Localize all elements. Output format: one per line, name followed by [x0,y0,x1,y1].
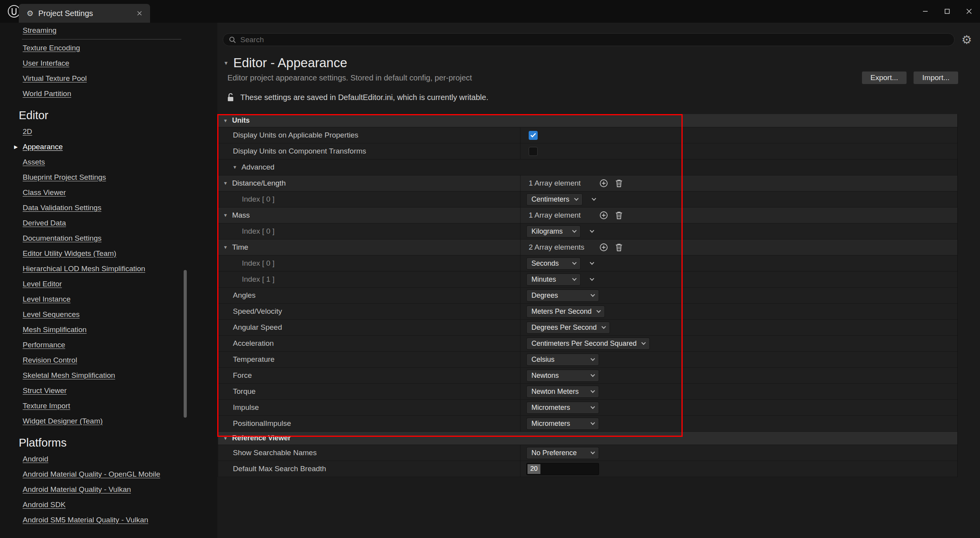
tab-close-icon[interactable] [134,8,145,18]
chevron-down-icon [592,196,596,200]
sidebar-divider [22,39,181,39]
sidebar-item-streaming[interactable]: Streaming [0,23,217,38]
distance-unit-dropdown[interactable]: Centimeters [526,193,583,206]
page-header: ▼ Editor - Appearance [224,55,980,70]
sidebar-item-data-validation-settings[interactable]: Data Validation Settings [0,200,217,215]
setting-row-display-units-properties: Display Units on Applicable Properties [218,127,957,143]
settings-sidebar: Streaming Texture Encoding User Interfac… [0,23,217,538]
search-icon [229,36,236,44]
time-array-header[interactable]: ▼ Time 2 Array elements [218,240,957,256]
time-unit-dropdown[interactable]: Seconds [526,257,581,270]
tab-project-settings[interactable]: ⚙ Project Settings [19,4,150,23]
collapse-triangle-icon[interactable]: ▼ [224,61,229,66]
selected-arrow-icon: ▶ [14,144,18,150]
export-button[interactable]: Export... [862,71,907,84]
header-buttons: Export... Import... [862,71,959,84]
chevron-down-icon [572,276,576,281]
sidebar-item-texture-encoding[interactable]: Texture Encoding [0,40,217,55]
sidebar-item-class-viewer[interactable]: Class Viewer [0,185,217,200]
sidebar-item-android-mq-vulkan[interactable]: Android Material Quality - Vulkan [0,482,217,497]
sidebar-item-blueprint-project-settings[interactable]: Blueprint Project Settings [0,170,217,185]
delete-array-elements-button[interactable] [614,242,624,252]
acceleration-dropdown[interactable]: Centimeters Per Second Squared [526,338,650,350]
distance-length-array-header[interactable]: ▼ Distance/Length 1 Array element [218,175,957,191]
delete-array-elements-button[interactable] [614,178,624,188]
array-element-options-button[interactable] [586,257,598,270]
torque-dropdown[interactable]: Newton Meters [526,386,599,398]
setting-row-force: Force Newtons [218,368,957,384]
collapse-triangle-icon: ▼ [223,436,228,441]
time-unit-dropdown[interactable]: Minutes [526,273,581,286]
angular-speed-dropdown[interactable]: Degrees Per Second [526,322,610,334]
sidebar-item-editor-utility-widgets[interactable]: Editor Utility Widgets (Team) [0,246,217,261]
sidebar-scrollbar[interactable] [184,270,187,418]
advanced-expander[interactable]: ▼ Advanced [218,159,957,175]
display-units-transforms-checkbox[interactable] [529,147,538,156]
force-dropdown[interactable]: Newtons [526,370,599,382]
chevron-down-icon [572,260,576,265]
setting-row-torque: Torque Newton Meters [218,384,957,400]
collapse-triangle-icon: ▼ [223,181,228,186]
search-box[interactable] [223,33,955,46]
mass-unit-dropdown[interactable]: Kilograms [526,225,581,238]
units-section-header[interactable]: ▼ Units [218,114,957,127]
positional-impulse-dropdown[interactable]: Micrometers [526,418,599,430]
maximize-button[interactable] [936,0,958,23]
max-search-breadth-input[interactable]: 20 [526,463,599,475]
sidebar-item-android-sm5-mq-vulkan[interactable]: Android SM5 Material Quality - Vulkan [0,512,217,527]
chevron-down-icon [590,228,594,232]
sidebar-item-assets[interactable]: Assets [0,154,217,170]
setting-row-default-max-search-breadth: Default Max Search Breadth 20 [218,461,957,477]
chevron-down-icon [590,276,594,281]
sidebar-item-appearance[interactable]: ▶ Appearance [0,139,217,154]
reference-viewer-section-header[interactable]: ▼ Reference Viewer [218,432,957,445]
sidebar-item-android-sdk[interactable]: Android SDK [0,497,217,512]
add-array-element-button[interactable] [599,210,609,220]
collapse-triangle-icon: ▼ [223,245,228,250]
search-input[interactable] [240,36,949,44]
close-button[interactable] [958,0,980,23]
mass-array-header[interactable]: ▼ Mass 1 Array element [218,207,957,223]
setting-row-show-searchable-names: Show Searchable Names No Preference [218,445,957,461]
chevron-down-icon [596,308,601,313]
window-titlebar: ⚙ Project Settings [0,0,980,23]
display-units-properties-checkbox[interactable] [529,131,538,140]
chevron-down-icon [574,196,578,200]
sidebar-item-virtual-texture-pool[interactable]: Virtual Texture Pool [0,71,217,86]
setting-row-angular-speed: Angular Speed Degrees Per Second [218,320,957,336]
speed-velocity-dropdown[interactable]: Meters Per Second [526,306,605,318]
chevron-down-icon [590,372,595,377]
sidebar-item-user-interface[interactable]: User Interface [0,55,217,71]
setting-row-acceleration: Acceleration Centimeters Per Second Squa… [218,336,957,352]
setting-row-display-units-transforms: Display Units on Component Transforms [218,143,957,159]
mass-index-0-row: Index [ 0 ] Kilograms [218,223,957,240]
sidebar-item-world-partition[interactable]: World Partition [0,86,217,101]
sidebar-item-android[interactable]: Android [0,451,217,467]
sidebar-item-derived-data[interactable]: Derived Data [0,215,217,231]
sidebar-section-editor: Editor [0,107,217,124]
config-notice: These settings are saved in DefaultEdito… [226,92,980,102]
chevron-down-icon [590,404,595,409]
array-element-options-button[interactable] [586,273,598,286]
sidebar-item-documentation-settings[interactable]: Documentation Settings [0,231,217,246]
impulse-dropdown[interactable]: Micrometers [526,402,599,414]
show-searchable-names-dropdown[interactable]: No Preference [526,447,599,459]
delete-array-elements-button[interactable] [614,210,624,220]
settings-table: ▼ Units Display Units on Applicable Prop… [218,114,958,477]
settings-main-panel: ⚙ ▼ Editor - Appearance Editor project a… [217,23,980,538]
minimize-button[interactable] [914,0,936,23]
add-array-element-button[interactable] [599,178,609,188]
add-array-element-button[interactable] [599,242,609,252]
chevron-down-icon [590,420,595,425]
setting-row-impulse: Impulse Micrometers [218,400,957,416]
sidebar-item-2d[interactable]: 2D [0,124,217,139]
sidebar-item-android-mq-opengl[interactable]: Android Material Quality - OpenGL Mobile [0,467,217,482]
settings-gear-icon[interactable]: ⚙ [959,34,974,46]
setting-row-temperature: Temperature Celsius [218,352,957,368]
chevron-down-icon [641,340,646,345]
angles-dropdown[interactable]: Degrees [526,290,599,302]
array-element-options-button[interactable] [586,225,598,238]
array-element-options-button[interactable] [588,193,600,206]
temperature-dropdown[interactable]: Celsius [526,354,599,366]
import-button[interactable]: Import... [913,71,959,84]
